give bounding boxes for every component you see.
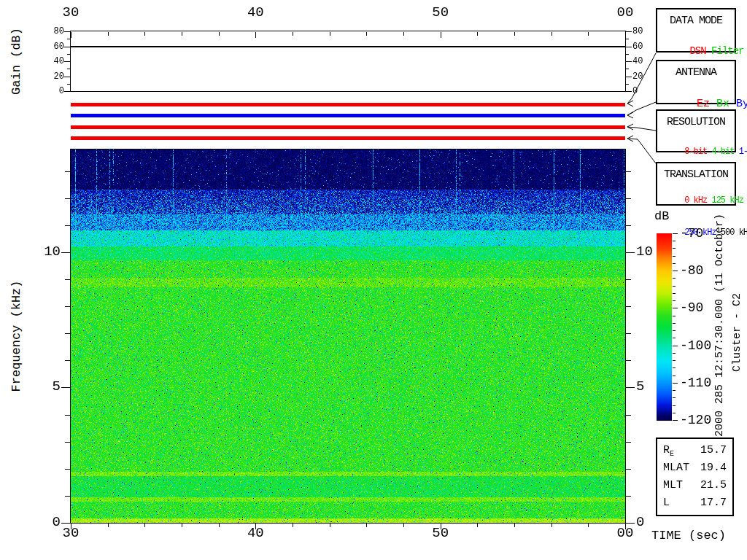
gain-ytick-label-right: 40 <box>632 57 643 66</box>
time-tick-label: 30 <box>63 526 80 540</box>
colorbar-tick <box>673 346 678 346</box>
colorbar-tick <box>673 397 676 398</box>
resolution-title: RESOLUTION <box>657 116 735 128</box>
gain-ytick-label-left: 0 <box>45 87 64 96</box>
colorbar-tick-label: -110 <box>680 376 711 389</box>
arrow-translation <box>627 136 656 163</box>
freq-axis-tick-left <box>65 333 70 334</box>
colorbar-tick <box>673 420 678 421</box>
gain-yaxis-tick-right <box>626 84 629 85</box>
colorbar-tick <box>673 376 676 376</box>
freq-axis-tick-left <box>61 252 70 253</box>
colorbar-tick <box>673 390 676 391</box>
time-axis-tick <box>551 524 552 527</box>
gain-top-axis-tick <box>330 32 330 36</box>
colorbar-tick <box>673 271 678 271</box>
colorbar-tick <box>673 241 676 241</box>
gain-top-axis-tick-label: 30 <box>63 6 80 20</box>
gain-top-axis-tick <box>108 32 109 36</box>
colorbar-tick <box>673 248 676 249</box>
translation-title: TRANSLATION <box>657 168 735 181</box>
gain-yaxis-tick-left <box>64 31 70 32</box>
freq-axis-tick-left <box>65 171 70 172</box>
freq-axis-tick-left <box>65 415 70 416</box>
gain-top-axis-tick <box>441 32 441 38</box>
freq-axis-tick-right <box>626 523 635 524</box>
colorbar-unit-label: dB <box>654 210 669 222</box>
gain-yaxis-tick-right <box>626 77 632 77</box>
freq-axis-tick-left <box>65 306 70 307</box>
gain-ytick-label-left: 60 <box>45 42 64 51</box>
freq-tick-label-left: 10 <box>36 245 61 259</box>
gain-top-axis-tick <box>514 32 515 36</box>
freq-axis-tick-right <box>626 279 631 280</box>
ephemeris-row-re: RE 15.7 <box>663 444 727 456</box>
gain-top-axis-tick <box>366 32 367 36</box>
gain-top-axis-tick <box>403 32 404 36</box>
colorbar-tick <box>673 286 676 287</box>
antenna-option-by: By <box>736 98 747 110</box>
translation-option-0khz: 0 kHz <box>684 195 707 206</box>
time-axis-tick <box>477 524 478 527</box>
time-axis-tick <box>514 524 515 527</box>
ephemeris-row-mlat: MLAT 19.4 <box>663 462 727 474</box>
translation-panel: TRANSLATION 0 kHz 125 kHz 250 kHz 500 kH… <box>656 162 736 206</box>
time-tick-label: 00 <box>617 526 634 540</box>
freq-tick-label-right: 10 <box>636 245 653 259</box>
gain-yaxis-tick-right <box>626 31 632 32</box>
gain-top-axis-tick-label: 50 <box>432 6 449 20</box>
timestamp-annotation: 2000 285 12:57:30.000 (11 October) <box>714 214 725 437</box>
gain-top-axis-tick <box>293 32 293 36</box>
colorbar-tick <box>673 338 676 338</box>
colorbar-tick <box>673 323 676 324</box>
colorbar-tick <box>673 368 676 368</box>
data-mode-option-dsn: DSN <box>689 45 705 57</box>
colorbar-tick <box>673 413 676 413</box>
gain-ytick-label-left: 20 <box>45 72 64 81</box>
freq-axis-tick-right <box>626 225 631 226</box>
gain-top-axis-tick <box>255 32 256 38</box>
colorbar-tick <box>673 316 676 316</box>
colorbar <box>657 233 672 421</box>
gain-yaxis-tick-right <box>626 69 629 69</box>
freq-axis-tick-right <box>626 469 631 470</box>
gain-yaxis-tick-right <box>626 39 629 39</box>
freq-axis-tick-right <box>626 198 631 199</box>
wbd-spectrogram-display: Gain (dB) Frequency (kHz) DATA MODE DSN … <box>0 0 747 560</box>
gain-ytick-label-right: 20 <box>632 72 643 81</box>
freq-axis-tick-right <box>626 306 631 307</box>
time-axis-tick <box>366 524 367 527</box>
gain-top-axis-tick <box>144 32 145 36</box>
freq-axis-tick-left <box>65 469 70 470</box>
resolution-option-1bit: 1-bit <box>739 147 747 157</box>
gain-yaxis-tick-left <box>67 39 70 39</box>
gain-yaxis-tick-left <box>67 84 70 85</box>
time-axis-tick <box>144 524 145 527</box>
gain-yaxis-tick-left <box>67 54 70 55</box>
freq-axis-tick-left <box>65 279 70 280</box>
gain-yaxis-tick-left <box>64 61 70 62</box>
colorbar-tick <box>673 353 676 354</box>
colorbar-tick <box>673 330 676 331</box>
ephemeris-value: 15.7 <box>700 444 727 456</box>
colorbar-tick-label: -70 <box>680 227 703 240</box>
time-tick-label: 40 <box>247 526 264 540</box>
freq-axis-tick-left <box>61 387 70 388</box>
gain-yaxis-tick-left <box>67 69 70 69</box>
freq-tick-label-left: 5 <box>36 380 61 394</box>
data-mode-panel: DATA MODE DSN Filter DC <box>656 8 736 52</box>
freq-axis-tick-left <box>65 496 70 497</box>
freq-tick-label-left: 0 <box>36 516 61 529</box>
colorbar-tick <box>673 256 676 257</box>
ephemeris-label: L <box>663 497 670 509</box>
ephemeris-value: 21.5 <box>700 479 727 491</box>
freq-axis-tick-right <box>626 171 631 172</box>
freq-tick-label-right: 0 <box>636 516 644 529</box>
ephemeris-value: 19.4 <box>700 462 727 474</box>
gain-ytick-label-left: 40 <box>45 57 64 66</box>
colorbar-tick <box>673 405 676 406</box>
freq-axis-tick-right <box>626 333 631 334</box>
ephemeris-label: MLAT <box>663 462 689 474</box>
colorbar-tick <box>673 263 676 264</box>
colorbar-tick <box>673 383 678 384</box>
